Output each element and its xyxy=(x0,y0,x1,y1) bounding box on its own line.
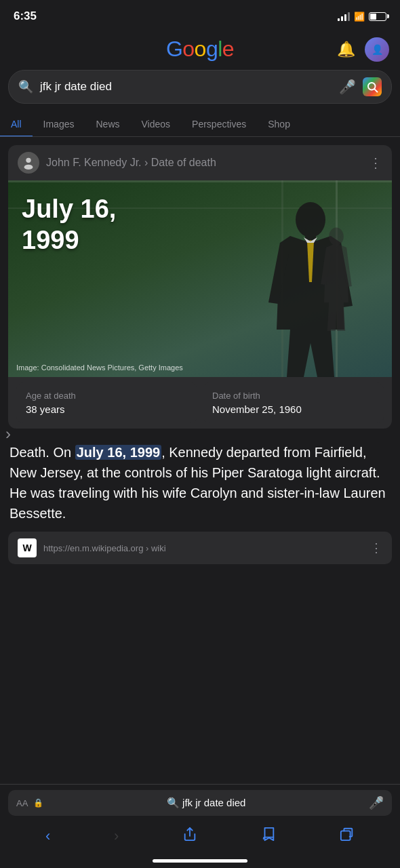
description-text: Death. On xyxy=(9,445,75,460)
tab-videos[interactable]: Videos xyxy=(131,112,182,136)
battery-icon xyxy=(369,12,386,21)
text-size-control[interactable]: AA xyxy=(16,798,28,808)
voice-input-icon[interactable]: 🎤 xyxy=(369,795,384,810)
search-bar[interactable]: 🔍 jfk jr date died 🎤 xyxy=(8,70,392,104)
google-lens-icon[interactable] xyxy=(363,77,382,96)
address-bar[interactable]: AA 🔒 🔍 jfk jr date died 🎤 xyxy=(8,790,392,816)
svg-point-3 xyxy=(24,165,33,170)
search-query[interactable]: jfk jr date died xyxy=(40,80,332,94)
google-logo: Google xyxy=(166,37,234,62)
bottom-bar: AA 🔒 🔍 jfk jr date died 🎤 ‹ › xyxy=(0,784,400,868)
tab-all[interactable]: All xyxy=(0,112,33,136)
card-entity-title[interactable]: John F. Kennedy Jr. › Date of death xyxy=(46,157,362,169)
hero-image: July 16, 1999 Image: Consolidated News P… xyxy=(8,180,392,377)
wiki-url: https://en.m.wikipedia.org › wiki xyxy=(43,543,363,553)
svg-point-4 xyxy=(296,202,325,237)
lock-icon: 🔒 xyxy=(33,798,43,808)
browser-navigation: ‹ › xyxy=(0,821,400,856)
date-of-birth-label: Date of birth xyxy=(212,391,374,401)
tab-shop[interactable]: Shop xyxy=(257,112,301,136)
date-of-birth-value: November 25, 1960 xyxy=(212,403,374,415)
wikipedia-link[interactable]: W https://en.m.wikipedia.org › wiki ⋮ xyxy=(8,532,392,564)
google-header: Google 🔔 👤 xyxy=(0,30,400,70)
age-at-death-value: 38 years xyxy=(26,403,188,415)
svg-rect-9 xyxy=(341,831,351,840)
hero-person-silhouette xyxy=(249,194,372,377)
image-attribution: Image: Consolidated News Pictures, Getty… xyxy=(16,363,183,372)
voice-search-icon[interactable]: 🎤 xyxy=(339,79,356,95)
search-icon-small: 🔍 xyxy=(167,797,180,808)
forward-button[interactable]: › xyxy=(114,827,119,845)
highlighted-date: July 16, 1999 xyxy=(75,445,161,460)
tab-perspectives[interactable]: Perspectives xyxy=(181,112,257,136)
address-text[interactable]: 🔍 jfk jr date died xyxy=(49,797,363,809)
tab-images[interactable]: Images xyxy=(33,112,85,136)
card-menu-icon[interactable]: ⋮ xyxy=(369,155,382,171)
hero-date-overlay: July 16, 1999 xyxy=(22,194,116,256)
back-button[interactable]: ‹ xyxy=(45,827,50,845)
wiki-menu-icon[interactable]: ⋮ xyxy=(370,540,382,555)
status-bar: 6:35 📶 xyxy=(0,0,400,30)
wifi-icon: 📶 xyxy=(354,12,365,22)
description-section: Death. On July 16, 1999, Kennedy departe… xyxy=(0,434,400,532)
user-avatar[interactable]: 👤 xyxy=(365,37,389,62)
status-time: 6:35 xyxy=(14,9,37,23)
svg-point-6 xyxy=(329,228,344,245)
signal-icon xyxy=(338,12,350,21)
bookmarks-button[interactable] xyxy=(261,827,276,846)
svg-point-2 xyxy=(26,158,31,163)
scroll-indicator: › xyxy=(5,425,11,443)
card-header: John F. Kennedy Jr. › Date of death ⋮ xyxy=(8,145,392,180)
notifications-icon[interactable]: 🔔 xyxy=(337,41,355,58)
tab-news[interactable]: News xyxy=(85,112,130,136)
share-button[interactable] xyxy=(182,827,197,846)
header-icons: 🔔 👤 xyxy=(337,37,389,62)
date-of-birth-card[interactable]: Date of birth November 25, 1960 xyxy=(203,382,384,423)
svg-line-1 xyxy=(374,89,377,92)
age-at-death-card[interactable]: Age at death 38 years xyxy=(16,382,197,423)
age-at-death-label: Age at death xyxy=(26,391,188,401)
info-cards-row: Age at death 38 years Date of birth Nove… xyxy=(8,377,392,429)
knowledge-card: John F. Kennedy Jr. › Date of death ⋮ xyxy=(8,145,392,429)
tabs-button[interactable] xyxy=(340,827,355,846)
wikipedia-logo: W xyxy=(18,538,37,557)
search-tabs: All Images News Videos Perspectives Shop xyxy=(0,112,400,137)
search-icon: 🔍 xyxy=(18,79,33,94)
entity-avatar xyxy=(18,152,39,174)
hero-date: July 16, 1999 xyxy=(22,194,116,256)
status-icons: 📶 xyxy=(338,12,386,22)
home-indicator xyxy=(153,859,247,863)
